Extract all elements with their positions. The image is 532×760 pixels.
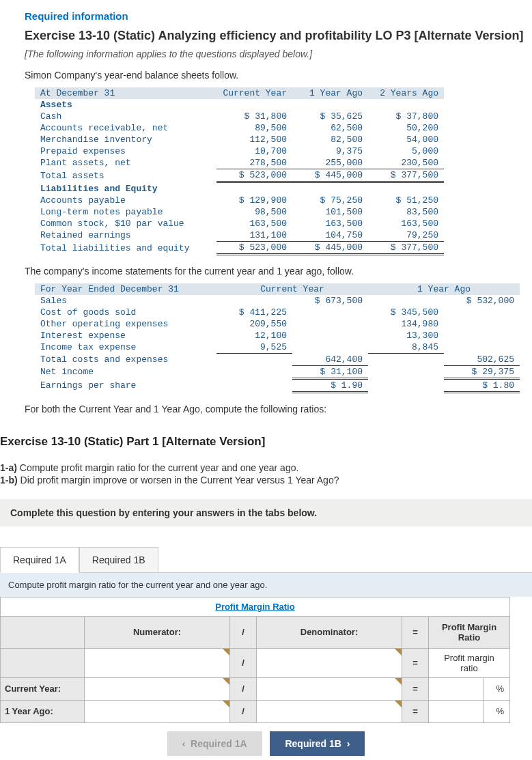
table-cell: 101,500 [292,206,368,218]
sales-c: $ 673,500 [292,295,368,307]
required-info-label: Required information [25,10,532,22]
dropdown-icon [223,649,229,656]
complete-instruction: Complete this question by entering your … [0,499,532,526]
col-y1: 1 Year Ago [292,87,368,99]
table-cell: 83,500 [368,206,444,218]
table-cell: 79,250 [368,229,444,242]
applies-note: [The following information applies to th… [25,48,532,59]
inc-col-date: For Year Ended December 31 [35,283,216,295]
table-row-label: Cash [35,111,216,122]
table-cell: 255,000 [292,157,368,169]
table-row-label: Other operating expenses [35,318,216,330]
net-income-c: $ 31,100 [292,365,368,378]
total-costs-label: Total costs and expenses [35,354,216,366]
total-assets-y1: $ 445,000 [292,169,368,182]
numerator-label-input[interactable] [85,648,230,677]
table-cell: 134,980 [368,318,444,330]
table-cell: 12,100 [216,330,292,341]
table-cell: 163,500 [292,218,368,229]
col-date: At December 31 [35,87,216,99]
net-income-label: Net income [35,365,216,378]
next-button[interactable]: Required 1B › [270,731,365,756]
eps-label: Earnings per share [35,378,216,392]
intro-text: Simon Company's year-end balance sheets … [25,70,532,81]
eps-c: $ 1.90 [292,378,368,392]
table-cell: 10,700 [216,145,292,157]
tab-required-1b[interactable]: Required 1B [79,547,158,573]
eps-y1: $ 1.80 [444,378,520,392]
table-cell: $ 31,800 [216,111,292,122]
sales-y1: $ 532,000 [444,295,520,307]
tab-instruction: Compute profit margin ratio for the curr… [0,573,532,597]
total-costs-y1: 502,625 [444,354,520,366]
table-row-label: Interest expense [35,330,216,341]
table-cell: 50,200 [368,122,444,134]
dropdown-icon [223,701,229,707]
dropdown-icon [223,678,229,685]
q1a: 1-a) Compute profit margin ratio for the… [0,462,532,473]
table-cell: 8,845 [368,341,444,354]
total-liab-c: $ 523,000 [216,242,292,255]
table-cell: 82,500 [292,134,368,145]
table-cell: 230,500 [368,157,444,169]
total-assets-c: $ 523,000 [216,169,292,182]
ratios-intro: For both the Current Year and 1 Year Ago… [25,404,532,414]
table-row-label: Cost of goods sold [35,307,216,318]
table-cell: $ 411,225 [216,307,292,318]
inc-col-y1: 1 Year Ago [368,283,520,295]
total-liab-y1: $ 445,000 [292,242,368,255]
table-cell: 112,500 [216,134,292,145]
table-row-label: Merchandise inventory [35,134,216,145]
table-cell: 9,375 [292,145,368,157]
table-row-label: Prepaid expenses [35,145,216,157]
part-title: Exercise 13-10 (Static) Part 1 [Alternat… [0,435,532,449]
table-cell: 54,000 [368,134,444,145]
numerator-header: Numerator: [85,616,230,648]
table-row-label: Accounts receivable, net [35,122,216,134]
result-header: Profit Margin Ratio [429,616,510,648]
table-row-label: Long-term notes payable [35,206,216,218]
numerator-y1-input[interactable] [85,700,230,722]
numerator-current-input[interactable] [85,677,230,700]
table-cell: 5,000 [368,145,444,157]
denominator-label-input[interactable] [257,648,402,677]
col-y2: 2 Years Ago [368,87,444,99]
table-cell: 278,500 [216,157,292,169]
table-cell: 104,750 [292,229,368,242]
table-cell: 163,500 [368,218,444,229]
sales-label: Sales [35,295,216,307]
assets-header: Assets [35,99,444,111]
total-assets-label: Total assets [35,169,216,182]
chevron-right-icon: › [347,738,350,749]
eq-header: = [402,616,429,648]
balance-sheet-table: At December 31 Current Year 1 Year Ago 2… [35,87,444,255]
denominator-current-input[interactable] [257,677,402,700]
result-y1[interactable] [429,700,484,722]
table-cell: 62,500 [292,122,368,134]
answer-table: Profit Margin Ratio Numerator: / Denomin… [0,597,510,723]
denominator-header: Denominator: [257,616,402,648]
income-statement-table: For Year Ended December 31 Current Year … [35,283,520,393]
exercise-title: Exercise 13-10 (Static) Analyzing effici… [25,29,532,43]
chevron-left-icon: ‹ [182,738,186,749]
net-income-y1: $ 29,375 [444,365,520,378]
result-current[interactable] [429,677,484,700]
table-row-label: Common stock, $10 par value [35,218,216,229]
table-cell: 13,300 [368,330,444,341]
table-cell: 98,500 [216,206,292,218]
dropdown-icon [395,701,402,707]
table-row-label: Plant assets, net [35,157,216,169]
total-assets-y2: $ 377,500 [368,169,444,182]
denominator-y1-input[interactable] [257,700,402,722]
table-cell: $ 51,250 [368,195,444,206]
total-liab-y2: $ 377,500 [368,242,444,255]
table-cell: $ 75,250 [292,195,368,206]
answer-title: Profit Margin Ratio [1,597,510,616]
tab-required-1a[interactable]: Required 1A [0,547,79,573]
result-label: Profit margin ratio [429,648,510,677]
table-row-label: Income tax expense [35,341,216,354]
table-cell: 209,550 [216,318,292,330]
prev-button[interactable]: ‹ Required 1A [167,731,262,756]
row-1-year-ago: 1 Year Ago: [1,700,85,722]
table-cell: $ 129,900 [216,195,292,206]
